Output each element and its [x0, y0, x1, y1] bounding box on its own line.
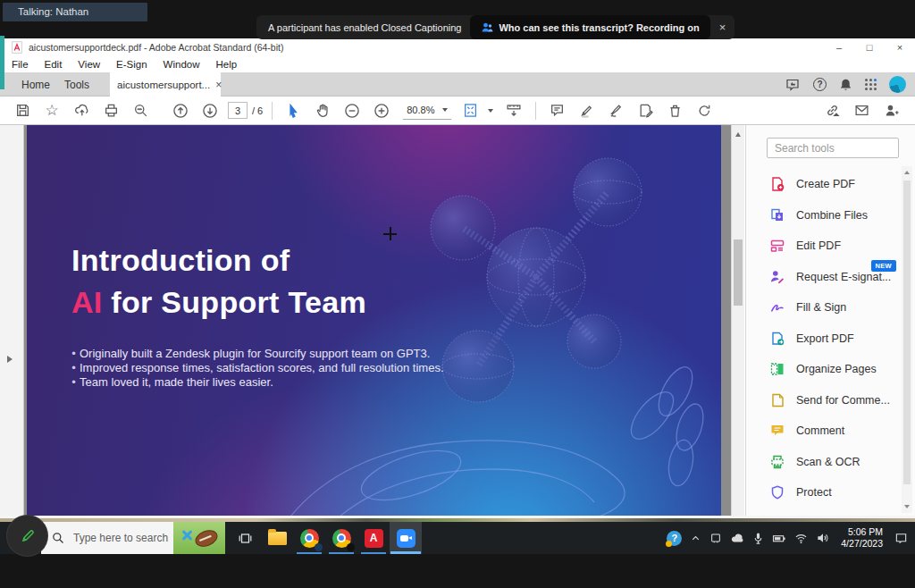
fit-page-icon[interactable]: [458, 99, 482, 122]
cc-notification-text: A participant has enabled Closed Caption…: [268, 22, 461, 33]
action-center-icon[interactable]: [894, 532, 908, 544]
next-page-icon[interactable]: [198, 99, 222, 122]
transcript-notice[interactable]: Who can see this transcript? Recording o…: [470, 15, 709, 39]
tool-item-create-pdf[interactable]: Create PDF: [746, 169, 903, 200]
apps-grid-icon[interactable]: [865, 79, 877, 90]
sign-tool-icon[interactable]: [604, 99, 627, 122]
search-highlights-widget[interactable]: [173, 522, 225, 554]
menu-bar: File Edit View E-Sign Window Help: [0, 55, 915, 72]
edit-page-tool-icon[interactable]: [634, 99, 657, 122]
save-icon[interactable]: [11, 99, 34, 122]
slide-title: Introduction of AI for Support Team: [71, 239, 366, 323]
tool-item-send-for-comments[interactable]: Send for Comme...: [746, 385, 903, 416]
scroll-up-icon[interactable]: [904, 171, 910, 174]
export-pdf-icon: [769, 331, 785, 347]
tool-item-request-esignatures[interactable]: Request E-signat... NEW: [746, 262, 903, 293]
close-button[interactable]: ×: [885, 42, 915, 53]
zoom-in-icon[interactable]: [370, 99, 393, 122]
zoom-taskbar-button[interactable]: [390, 522, 422, 554]
zoom-level-dropdown[interactable]: 80.8%: [403, 102, 451, 120]
vertical-scrollbar[interactable]: [731, 125, 744, 516]
acrobat-app-icon: [12, 41, 22, 54]
tab-close-icon[interactable]: ×: [215, 79, 222, 91]
taskbar-apps: A: [229, 522, 422, 554]
help-icon[interactable]: ?: [813, 78, 827, 91]
annotation-tool-button[interactable]: [7, 516, 47, 556]
tab-tools[interactable]: Tools: [52, 72, 102, 97]
tab-document[interactable]: aicustomersupport... ×: [110, 72, 221, 97]
select-tool-icon[interactable]: [281, 99, 305, 122]
nav-pane-toggle[interactable]: [7, 356, 13, 363]
tool-item-comment[interactable]: Comment: [746, 416, 903, 447]
hand-tool-icon[interactable]: [311, 99, 334, 122]
fit-options-chevron-icon[interactable]: [488, 109, 493, 113]
zoom-out-icon[interactable]: [340, 99, 364, 122]
share-with-people-icon[interactable]: [879, 99, 902, 122]
menu-window[interactable]: Window: [155, 59, 208, 70]
menu-edit[interactable]: Edit: [37, 59, 71, 70]
tool-item-edit-pdf[interactable]: Edit PDF: [746, 231, 903, 262]
scrollbar-thumb[interactable]: [903, 181, 911, 484]
device-icon[interactable]: [709, 532, 722, 544]
share-cloud-icon[interactable]: [70, 99, 93, 122]
volume-icon[interactable]: [816, 532, 829, 544]
support-help-icon[interactable]: ?: [667, 531, 682, 546]
tool-item-protect[interactable]: Protect: [746, 477, 903, 508]
close-icon[interactable]: ×: [710, 21, 735, 34]
chrome-button-1[interactable]: [293, 522, 325, 554]
menu-esign[interactable]: E-Sign: [108, 59, 155, 70]
menu-file[interactable]: File: [4, 59, 37, 70]
window-title: aicustomersupportdeck.pdf - Adobe Acroba…: [29, 42, 283, 53]
running-indicator: [361, 552, 386, 554]
hidden-icons-chevron[interactable]: [690, 533, 701, 544]
request-esignatures-icon: [769, 269, 785, 285]
participant-icon: [481, 21, 493, 34]
chevron-down-icon: [442, 108, 448, 112]
tool-item-scan-ocr[interactable]: Scan & OCR: [746, 447, 903, 478]
clock-time: 5:06 PM: [841, 526, 883, 538]
crosshair-cursor: [390, 227, 391, 240]
page-number-input[interactable]: 3: [228, 102, 248, 119]
onedrive-cloud-icon[interactable]: [730, 532, 744, 544]
email-icon[interactable]: [850, 99, 873, 122]
battery-icon[interactable]: [772, 533, 786, 544]
notifications-bell-icon[interactable]: [839, 78, 852, 92]
comment-tool-icon[interactable]: [545, 99, 568, 122]
feedback-icon[interactable]: [785, 78, 801, 92]
account-avatar[interactable]: [889, 76, 906, 93]
chrome-button-2[interactable]: [325, 522, 357, 554]
zoom-meeting-screen: { "zoom_ui": { "talking_label": "Talking…: [0, 0, 915, 588]
rotate-pages-icon[interactable]: [693, 99, 716, 122]
taskbar-search[interactable]: [41, 522, 225, 554]
tool-item-fill-sign[interactable]: Fill & Sign: [746, 292, 903, 323]
scrollbar-thumb[interactable]: [734, 239, 743, 306]
title-bar: aicustomersupportdeck.pdf - Adobe Acroba…: [0, 38, 915, 55]
menu-help[interactable]: Help: [208, 59, 246, 70]
tools-search-input[interactable]: [767, 138, 899, 158]
wifi-icon[interactable]: [794, 533, 808, 544]
share-link-icon[interactable]: [820, 99, 844, 122]
tool-item-organize-pages[interactable]: Organize Pages: [746, 354, 903, 385]
minimize-button[interactable]: –: [824, 42, 854, 53]
taskbar-search-input[interactable]: [71, 531, 173, 545]
delete-pages-icon[interactable]: [663, 99, 686, 122]
tools-panel-scrollbar[interactable]: [902, 166, 912, 513]
print-icon[interactable]: [99, 99, 122, 122]
taskbar-clock[interactable]: 5:06 PM 4/27/2023: [841, 526, 883, 550]
previous-page-icon[interactable]: [169, 99, 192, 122]
task-view-button[interactable]: [229, 522, 261, 554]
fit-width-icon[interactable]: [502, 99, 525, 122]
tool-item-combine-files[interactable]: Combine Files: [746, 200, 903, 231]
highlight-tool-icon[interactable]: [575, 99, 598, 122]
scroll-up-icon[interactable]: [735, 132, 741, 137]
page-count-label: / 6: [252, 105, 263, 116]
favorite-star-icon[interactable]: ☆: [40, 99, 63, 122]
file-explorer-button[interactable]: [261, 522, 293, 554]
search-icon[interactable]: [129, 99, 152, 122]
acrobat-taskbar-button[interactable]: A: [357, 522, 390, 554]
microphone-icon[interactable]: [752, 532, 764, 545]
maximize-button[interactable]: □: [854, 42, 885, 53]
menu-view[interactable]: View: [70, 59, 108, 70]
tool-item-export-pdf[interactable]: Export PDF: [746, 323, 903, 355]
scroll-down-icon[interactable]: [904, 505, 910, 508]
